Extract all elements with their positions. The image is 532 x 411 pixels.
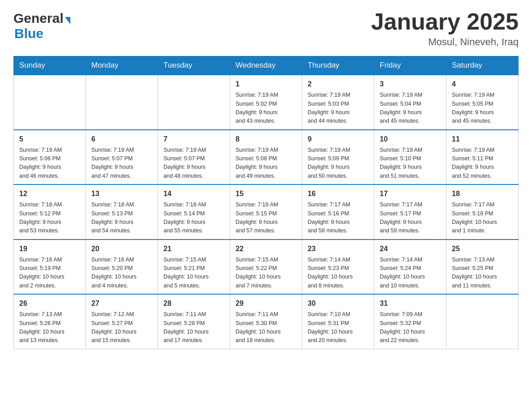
- day-number: 4: [452, 79, 513, 90]
- logo-blue-text: Blue: [14, 26, 43, 41]
- calendar-cell: 20Sunrise: 7:16 AM Sunset: 5:20 PM Dayli…: [86, 240, 158, 295]
- day-info: Sunrise: 7:16 AM Sunset: 5:19 PM Dayligh…: [19, 256, 80, 291]
- day-number: 31: [380, 298, 441, 309]
- day-info: Sunrise: 7:10 AM Sunset: 5:31 PM Dayligh…: [308, 310, 369, 345]
- day-info: Sunrise: 7:16 AM Sunset: 5:20 PM Dayligh…: [91, 256, 152, 291]
- day-info: Sunrise: 7:19 AM Sunset: 5:07 PM Dayligh…: [163, 146, 224, 181]
- day-info: Sunrise: 7:11 AM Sunset: 5:30 PM Dayligh…: [236, 310, 296, 345]
- day-number: 3: [380, 79, 441, 90]
- day-number: 8: [236, 134, 296, 145]
- day-number: 11: [452, 134, 513, 145]
- day-number: 13: [91, 188, 152, 199]
- calendar-cell: 29Sunrise: 7:11 AM Sunset: 5:30 PM Dayli…: [230, 294, 302, 349]
- calendar-cell: [446, 294, 519, 349]
- day-number: 15: [236, 188, 296, 199]
- day-number: 9: [308, 134, 369, 145]
- calendar-week-1: 1Sunrise: 7:19 AM Sunset: 5:02 PM Daylig…: [14, 75, 519, 130]
- day-number: 5: [19, 134, 80, 145]
- day-header-friday: Friday: [374, 56, 446, 75]
- calendar-cell: 22Sunrise: 7:15 AM Sunset: 5:22 PM Dayli…: [230, 240, 302, 295]
- day-info: Sunrise: 7:19 AM Sunset: 5:07 PM Dayligh…: [91, 146, 152, 181]
- day-info: Sunrise: 7:09 AM Sunset: 5:32 PM Dayligh…: [380, 310, 441, 345]
- calendar-week-5: 26Sunrise: 7:13 AM Sunset: 5:26 PM Dayli…: [14, 294, 519, 349]
- calendar-cell: 1Sunrise: 7:19 AM Sunset: 5:02 PM Daylig…: [230, 75, 302, 130]
- day-header-sunday: Sunday: [14, 56, 86, 75]
- day-info: Sunrise: 7:19 AM Sunset: 5:02 PM Dayligh…: [236, 91, 296, 126]
- day-number: 29: [236, 298, 296, 309]
- day-info: Sunrise: 7:15 AM Sunset: 5:21 PM Dayligh…: [163, 256, 224, 291]
- title-area: January 2025 Mosul, Nineveh, Iraq: [371, 9, 519, 48]
- calendar-table: SundayMondayTuesdayWednesdayThursdayFrid…: [13, 56, 519, 349]
- calendar-cell: 14Sunrise: 7:18 AM Sunset: 5:14 PM Dayli…: [158, 184, 230, 240]
- day-info: Sunrise: 7:15 AM Sunset: 5:22 PM Dayligh…: [236, 256, 296, 291]
- day-number: 25: [452, 244, 513, 254]
- calendar-cell: 24Sunrise: 7:14 AM Sunset: 5:24 PM Dayli…: [374, 240, 446, 295]
- day-info: Sunrise: 7:14 AM Sunset: 5:24 PM Dayligh…: [380, 256, 441, 291]
- calendar-week-4: 19Sunrise: 7:16 AM Sunset: 5:19 PM Dayli…: [14, 240, 519, 295]
- calendar-cell: 21Sunrise: 7:15 AM Sunset: 5:21 PM Dayli…: [158, 240, 230, 295]
- day-number: 24: [380, 244, 441, 254]
- day-number: 20: [91, 244, 152, 254]
- calendar-cell: [158, 75, 230, 130]
- calendar-cell: 8Sunrise: 7:19 AM Sunset: 5:08 PM Daylig…: [230, 130, 302, 185]
- calendar-cell: 9Sunrise: 7:19 AM Sunset: 5:09 PM Daylig…: [302, 130, 374, 185]
- day-number: 22: [236, 244, 296, 254]
- calendar-cell: [86, 75, 158, 130]
- day-number: 2: [308, 79, 369, 90]
- calendar-cell: 25Sunrise: 7:13 AM Sunset: 5:25 PM Dayli…: [446, 240, 519, 295]
- calendar-cell: 15Sunrise: 7:18 AM Sunset: 5:15 PM Dayli…: [230, 184, 302, 240]
- day-header-thursday: Thursday: [302, 56, 374, 75]
- day-info: Sunrise: 7:12 AM Sunset: 5:27 PM Dayligh…: [91, 310, 152, 345]
- day-number: 27: [91, 298, 152, 309]
- day-info: Sunrise: 7:17 AM Sunset: 5:18 PM Dayligh…: [452, 201, 513, 235]
- calendar-cell: 17Sunrise: 7:17 AM Sunset: 5:17 PM Dayli…: [374, 184, 446, 240]
- location-subtitle: Mosul, Nineveh, Iraq: [371, 36, 519, 48]
- day-info: Sunrise: 7:13 AM Sunset: 5:26 PM Dayligh…: [19, 310, 80, 345]
- day-number: 16: [308, 188, 369, 199]
- day-info: Sunrise: 7:19 AM Sunset: 5:08 PM Dayligh…: [236, 146, 296, 181]
- day-number: 19: [19, 244, 80, 254]
- day-info: Sunrise: 7:11 AM Sunset: 5:28 PM Dayligh…: [163, 310, 224, 345]
- day-number: 7: [163, 134, 224, 145]
- day-number: 12: [19, 188, 80, 199]
- day-number: 23: [308, 244, 369, 254]
- day-info: Sunrise: 7:18 AM Sunset: 5:12 PM Dayligh…: [19, 201, 80, 235]
- calendar-cell: 18Sunrise: 7:17 AM Sunset: 5:18 PM Dayli…: [446, 184, 519, 240]
- day-info: Sunrise: 7:18 AM Sunset: 5:15 PM Dayligh…: [236, 201, 296, 235]
- calendar-week-2: 5Sunrise: 7:19 AM Sunset: 5:06 PM Daylig…: [14, 130, 519, 185]
- calendar-cell: 5Sunrise: 7:19 AM Sunset: 5:06 PM Daylig…: [14, 130, 86, 185]
- calendar-cell: 28Sunrise: 7:11 AM Sunset: 5:28 PM Dayli…: [158, 294, 230, 349]
- calendar-cell: 23Sunrise: 7:14 AM Sunset: 5:23 PM Dayli…: [302, 240, 374, 295]
- calendar-cell: 31Sunrise: 7:09 AM Sunset: 5:32 PM Dayli…: [374, 294, 446, 349]
- day-info: Sunrise: 7:18 AM Sunset: 5:13 PM Dayligh…: [91, 201, 152, 235]
- calendar-cell: 30Sunrise: 7:10 AM Sunset: 5:31 PM Dayli…: [302, 294, 374, 349]
- calendar-cell: 16Sunrise: 7:17 AM Sunset: 5:16 PM Dayli…: [302, 184, 374, 240]
- day-number: 17: [380, 188, 441, 199]
- logo-arrow-icon: [65, 17, 70, 24]
- page-header: General Blue January 2025 Mosul, Nineveh…: [13, 9, 519, 48]
- calendar-cell: 2Sunrise: 7:19 AM Sunset: 5:03 PM Daylig…: [302, 75, 374, 130]
- calendar-cell: 13Sunrise: 7:18 AM Sunset: 5:13 PM Dayli…: [86, 184, 158, 240]
- logo-general-text: General: [13, 11, 64, 26]
- calendar-cell: 10Sunrise: 7:19 AM Sunset: 5:10 PM Dayli…: [374, 130, 446, 185]
- calendar-cell: 12Sunrise: 7:18 AM Sunset: 5:12 PM Dayli…: [14, 184, 86, 240]
- day-header-wednesday: Wednesday: [230, 56, 302, 75]
- day-number: 10: [380, 134, 441, 145]
- day-header-saturday: Saturday: [446, 56, 519, 75]
- day-info: Sunrise: 7:19 AM Sunset: 5:10 PM Dayligh…: [380, 146, 441, 181]
- calendar-cell: 19Sunrise: 7:16 AM Sunset: 5:19 PM Dayli…: [14, 240, 86, 295]
- day-info: Sunrise: 7:17 AM Sunset: 5:16 PM Dayligh…: [308, 201, 369, 235]
- month-title: January 2025: [371, 9, 519, 34]
- calendar-cell: [14, 75, 86, 130]
- calendar-cell: 4Sunrise: 7:19 AM Sunset: 5:05 PM Daylig…: [446, 75, 519, 130]
- day-info: Sunrise: 7:19 AM Sunset: 5:03 PM Dayligh…: [308, 91, 369, 126]
- day-header-tuesday: Tuesday: [158, 56, 230, 75]
- day-info: Sunrise: 7:19 AM Sunset: 5:11 PM Dayligh…: [452, 146, 513, 181]
- logo: General Blue: [13, 9, 70, 41]
- calendar-cell: 11Sunrise: 7:19 AM Sunset: 5:11 PM Dayli…: [446, 130, 519, 185]
- day-info: Sunrise: 7:13 AM Sunset: 5:25 PM Dayligh…: [452, 256, 513, 291]
- day-info: Sunrise: 7:19 AM Sunset: 5:05 PM Dayligh…: [452, 91, 513, 126]
- day-info: Sunrise: 7:19 AM Sunset: 5:04 PM Dayligh…: [380, 91, 441, 126]
- day-number: 18: [452, 188, 513, 199]
- calendar-cell: 7Sunrise: 7:19 AM Sunset: 5:07 PM Daylig…: [158, 130, 230, 185]
